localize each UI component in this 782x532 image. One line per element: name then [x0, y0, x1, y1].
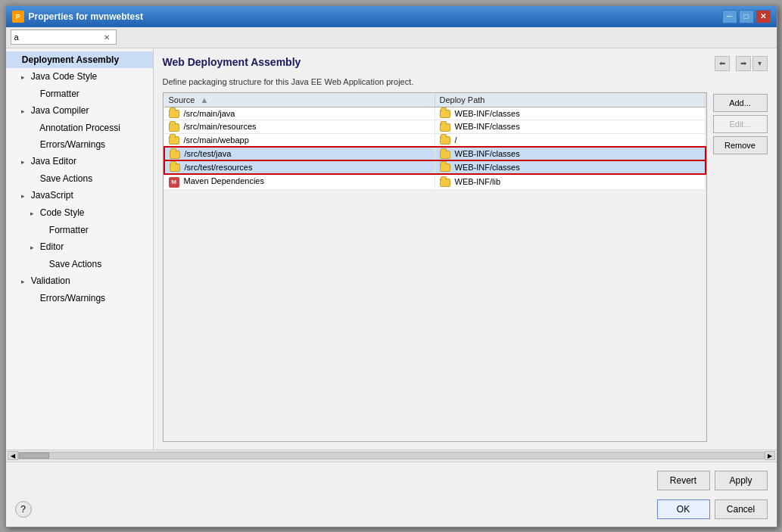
sidebar-item-formatter[interactable]: Formatter	[6, 86, 153, 102]
main-content: Deployment Assembly ▸ Java Code Style Fo…	[6, 48, 777, 450]
nav-back-button[interactable]: ⬅	[715, 56, 730, 71]
minimize-button[interactable]: ─	[722, 10, 737, 23]
sidebar-tree: Deployment Assembly ▸ Java Code Style Fo…	[6, 48, 154, 450]
scroll-left-button[interactable]: ◀	[8, 451, 18, 460]
apply-button[interactable]: Apply	[715, 471, 768, 490]
panel-description: Define packaging structure for this Java…	[163, 77, 768, 86]
nav-forward-button[interactable]: ➡	[736, 56, 751, 71]
folder-icon	[440, 123, 450, 132]
deploy-cell: WEB-INF/classes	[435, 107, 706, 120]
col-source: Source ▲	[164, 93, 435, 107]
sidebar-item-java-compiler[interactable]: ▸ Java Compiler	[6, 102, 153, 120]
window-title: Properties for mvnwebtest	[29, 11, 722, 22]
folder-icon	[170, 163, 180, 172]
bottom-bar: ? Revert Apply	[6, 462, 777, 499]
data-table-wrap: Source ▲ Deploy Path	[163, 92, 707, 442]
deployment-table: Source ▲ Deploy Path	[164, 93, 706, 190]
add-button[interactable]: Add...	[713, 94, 768, 112]
help-button[interactable]: ?	[15, 501, 32, 518]
sidebar-item-java-code-style[interactable]: ▸ Java Code Style	[6, 68, 153, 86]
folder-icon	[440, 179, 450, 187]
col-deploy-path: Deploy Path	[435, 93, 706, 107]
table-row[interactable]: /src/main/resources WEB-INF/classes	[164, 120, 706, 134]
sidebar-item-save-actions[interactable]: Save Actions	[6, 170, 153, 187]
sidebar-item-save-actions2[interactable]: Save Actions	[6, 256, 153, 272]
sidebar-item-java-editor[interactable]: ▸ Java Editor	[6, 153, 153, 170]
arrow-icon: ▸	[21, 189, 29, 203]
folder-icon	[440, 136, 450, 145]
ok-button[interactable]: OK	[657, 499, 710, 519]
table-row-selected-red-2[interactable]: /src/test/resources WEB-INF/classes	[164, 160, 706, 174]
maximize-button[interactable]: □	[739, 10, 754, 23]
cancel-button[interactable]: Cancel	[715, 499, 768, 519]
sidebar-item-annotation-processing[interactable]: Annotation Processi	[6, 120, 153, 136]
scrollbar-thumb[interactable]	[19, 453, 49, 459]
window-controls: ─ □ ✕	[722, 10, 771, 23]
deploy-cell: WEB-INF/classes	[435, 147, 706, 160]
deploy-cell: WEB-INF/classes	[435, 120, 706, 134]
bottom-bar-wrap: ? Revert Apply OK Cancel	[6, 462, 777, 527]
sidebar-item-editor[interactable]: ▸ Editor	[6, 238, 153, 256]
arrow-icon: ▸	[21, 155, 29, 169]
title-bar: P Properties for mvnwebtest ─ □ ✕	[6, 6, 777, 27]
arrow-icon: ▸	[30, 207, 38, 220]
search-input[interactable]	[14, 33, 101, 42]
nav-dropdown-button[interactable]: ▾	[752, 56, 768, 71]
folder-icon	[169, 123, 179, 132]
arrow-icon: ▸	[30, 241, 38, 254]
close-button[interactable]: ✕	[756, 10, 771, 23]
source-cell: /src/test/java	[164, 147, 435, 160]
source-cell: /src/test/resources	[164, 160, 435, 174]
toolbar: ✕	[6, 27, 777, 48]
sidebar-item-errors-warnings[interactable]: Errors/Warnings	[6, 136, 153, 153]
folder-icon	[169, 110, 179, 118]
table-row[interactable]: /src/main/webapp /	[164, 133, 706, 147]
sidebar-item-code-style[interactable]: ▸ Code Style	[6, 204, 153, 222]
deploy-cell: /	[435, 133, 706, 147]
deploy-cell: WEB-INF/lib	[435, 174, 706, 189]
deploy-cell: WEB-INF/classes	[435, 160, 706, 174]
folder-icon	[440, 110, 450, 118]
edit-button[interactable]: Edit...	[713, 115, 768, 133]
table-row-selected-red-1[interactable]: /src/test/java WEB-INF/classes	[164, 147, 706, 160]
table-row[interactable]: /src/main/java WEB-INF/classes	[164, 107, 706, 120]
folder-icon	[169, 136, 179, 145]
arrow-icon: ▸	[21, 275, 29, 288]
folder-icon	[170, 151, 180, 159]
ok-cancel-bar: OK Cancel	[6, 499, 777, 527]
sidebar-item-deployment-assembly[interactable]: Deployment Assembly	[6, 51, 153, 68]
revert-button[interactable]: Revert	[657, 471, 710, 490]
source-cell: M Maven Dependencies	[164, 174, 435, 189]
source-cell: /src/main/resources	[164, 120, 435, 134]
folder-icon	[440, 163, 450, 172]
nav-separator	[731, 56, 734, 71]
right-panel: Web Deployment Assembly ⬅ ➡ ▾ Define pac…	[154, 48, 777, 450]
properties-dialog: P Properties for mvnwebtest ─ □ ✕ ✕ Depl…	[5, 5, 777, 527]
nav-bar: ⬅ ➡ ▾	[715, 56, 768, 71]
remove-button[interactable]: Remove	[713, 136, 768, 154]
sort-icon: ▲	[200, 95, 208, 104]
maven-icon: M	[169, 177, 179, 188]
scrollbar-track[interactable]	[18, 452, 765, 459]
table-area: Source ▲ Deploy Path	[163, 92, 768, 442]
sidebar-item-formatter2[interactable]: Formatter	[6, 222, 153, 238]
horizontal-scrollbar: ◀ ▶	[6, 450, 777, 462]
action-buttons: Add... Edit... Remove	[713, 92, 768, 442]
folder-icon	[440, 151, 450, 159]
table-scroll[interactable]: Source ▲ Deploy Path	[164, 93, 706, 441]
source-cell: /src/main/webapp	[164, 133, 435, 147]
sidebar-item-javascript[interactable]: ▸ JavaScript	[6, 187, 153, 204]
window-icon: P	[12, 11, 24, 23]
panel-title: Web Deployment Assembly	[163, 56, 301, 68]
arrow-icon: ▸	[21, 104, 29, 118]
table-row[interactable]: M Maven Dependencies WEB-INF/lib	[164, 174, 706, 189]
source-cell: /src/main/java	[164, 107, 435, 120]
sidebar-item-errors-warnings2[interactable]: Errors/Warnings	[6, 290, 153, 306]
clear-search-icon[interactable]: ✕	[101, 30, 113, 44]
arrow-icon: ▸	[21, 70, 29, 84]
sidebar-item-validation[interactable]: ▸ Validation	[6, 272, 153, 290]
search-wrap: ✕	[11, 30, 117, 45]
scroll-right-button[interactable]: ▶	[765, 451, 775, 460]
